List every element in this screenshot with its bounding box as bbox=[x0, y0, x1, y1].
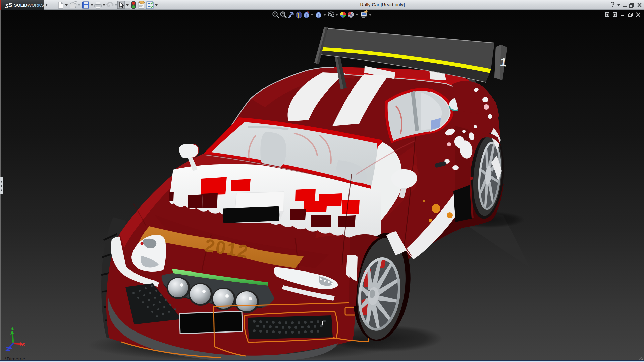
svg-text:SOLIDWORKS: SOLIDWORKS bbox=[14, 3, 44, 8]
svg-text:Rally Car [Read-only]: Rally Car [Read-only] bbox=[360, 2, 405, 7]
svg-text:ʒS: ʒS bbox=[5, 2, 12, 8]
